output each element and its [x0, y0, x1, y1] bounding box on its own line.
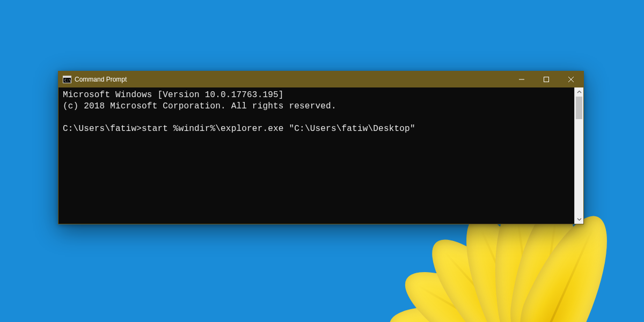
console-output[interactable]: Microsoft Windows [Version 10.0.17763.19…	[58, 87, 574, 224]
svg-rect-4	[544, 77, 549, 82]
command-prompt-window[interactable]: C:\ Command Prompt Microsoft Windows [Ve…	[58, 71, 584, 224]
close-button[interactable]	[559, 71, 583, 87]
svg-rect-3	[519, 79, 524, 80]
console-line: (c) 2018 Microsoft Corporation. All righ…	[63, 101, 336, 111]
maximize-icon	[544, 77, 549, 82]
minimize-button[interactable]	[509, 71, 534, 87]
scrollbar-track[interactable]	[575, 97, 583, 215]
vertical-scrollbar[interactable]	[574, 87, 583, 224]
window-title: Command Prompt	[75, 76, 127, 83]
cmd-icon: C:\	[63, 76, 71, 83]
chevron-up-icon	[577, 90, 582, 94]
titlebar[interactable]: C:\ Command Prompt	[58, 71, 583, 87]
console-command: start %windir%\explorer.exe "C:\Users\fa…	[142, 124, 415, 134]
svg-text:C:\: C:\	[64, 78, 71, 83]
scroll-up-button[interactable]	[575, 87, 583, 97]
svg-rect-1	[63, 76, 71, 78]
close-icon	[568, 77, 574, 82]
maximize-button[interactable]	[534, 71, 559, 87]
chevron-down-icon	[577, 217, 582, 222]
scroll-down-button[interactable]	[575, 215, 583, 224]
minimize-icon	[519, 77, 524, 82]
scrollbar-thumb[interactable]	[576, 97, 582, 119]
console-prompt: C:\Users\fatiw>	[63, 124, 142, 134]
window-client-area: Microsoft Windows [Version 10.0.17763.19…	[58, 87, 583, 224]
console-line: Microsoft Windows [Version 10.0.17763.19…	[63, 90, 284, 100]
